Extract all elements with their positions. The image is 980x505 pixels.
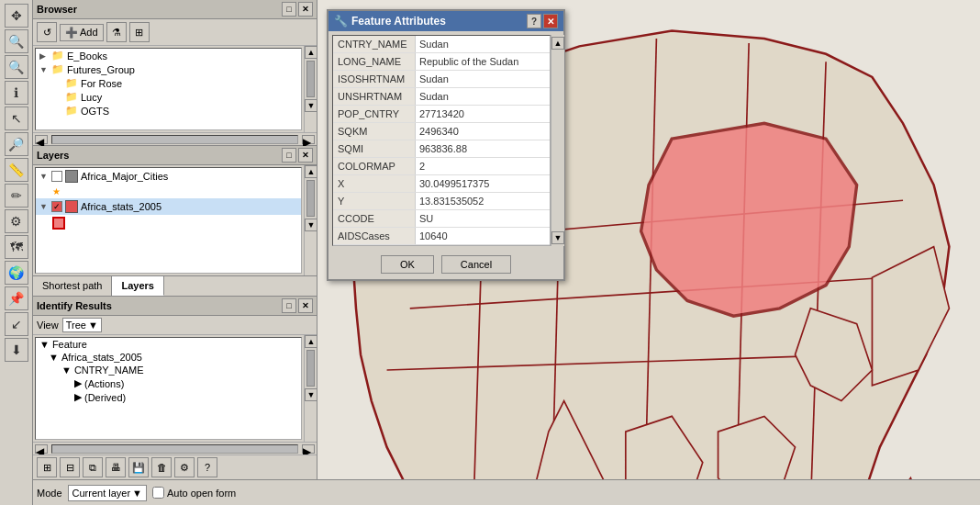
route-tool[interactable]: ↙ — [5, 312, 28, 336]
identify-item-feature[interactable]: ▼ Feature — [36, 338, 301, 351]
tab-shortest-path[interactable]: Shortest path — [33, 276, 112, 296]
identify-item-layer[interactable]: ▼ Africa_stats_2005 — [36, 351, 301, 364]
browser-close-btn[interactable]: ✕ — [298, 2, 313, 17]
layer-checkbox-africa-stats[interactable]: ✓ — [51, 201, 62, 212]
layer-item-africa-stats[interactable]: ▼ ✓ Africa_stats_2005 — [36, 198, 301, 215]
layers-tool[interactable]: 🗺 — [5, 235, 28, 259]
scroll-thumb[interactable] — [306, 61, 315, 97]
dialog-close-btn[interactable]: ✕ — [543, 14, 558, 28]
identify-item-cntry-name[interactable]: ▼ CNTRY_NAME — [36, 364, 301, 376]
identify-close-btn[interactable]: ✕ — [298, 298, 313, 313]
tree-item-lucy[interactable]: 📁 Lucy — [36, 90, 301, 104]
scroll-up-btn[interactable]: ▲ — [305, 165, 317, 178]
attr-value-sqmi[interactable] — [416, 140, 550, 157]
scroll-up-btn[interactable]: ▲ — [305, 46, 317, 59]
globe-tool[interactable]: 🌍 — [5, 261, 28, 285]
hscroll-left-btn[interactable]: ◀ — [35, 444, 48, 454]
scroll-down-btn[interactable]: ▼ — [551, 231, 564, 244]
layers-close-btn[interactable]: ✕ — [298, 148, 313, 163]
select-tool[interactable]: ↖ — [5, 107, 28, 130]
add-icon: ➕ — [65, 27, 78, 39]
pan-tool[interactable]: ✥ — [5, 4, 28, 28]
attr-value-pop-cntry[interactable] — [416, 106, 550, 122]
dialog-help-btn[interactable]: ? — [527, 14, 541, 28]
browser-resize-btn[interactable]: □ — [282, 2, 296, 17]
attr-value-isoshrtnam[interactable] — [416, 71, 550, 87]
main-area: Browser □ ✕ ↺ ➕ Add ⚗ ⊞ — [33, 0, 980, 505]
identify-vscroll[interactable]: ▲ ▼ — [304, 335, 317, 442]
browser-vscroll[interactable]: ▲ ▼ — [304, 46, 317, 132]
attr-label-aidscases: AIDSCases — [333, 228, 416, 244]
attr-value-sqkm[interactable] — [416, 123, 550, 140]
star-icon: ★ — [52, 186, 61, 196]
expand-tool[interactable]: ⬇ — [5, 338, 28, 362]
attr-value-colormap[interactable] — [416, 158, 550, 174]
dialog-cancel-btn[interactable]: Cancel — [441, 255, 511, 274]
hscroll-track[interactable] — [51, 444, 298, 454]
attr-vscroll[interactable]: ▲ ▼ — [551, 35, 564, 246]
identify-settings-btn[interactable]: ⚙ — [174, 457, 195, 477]
settings-tool[interactable]: ⚙ — [5, 209, 28, 233]
edit-tool[interactable]: ✏ — [5, 184, 28, 208]
attr-value-long-name[interactable] — [416, 53, 550, 70]
attr-value-cntry-name[interactable] — [416, 36, 550, 52]
layer-label-africa-stats: Africa_stats_2005 — [81, 201, 161, 212]
attr-value-ccode[interactable] — [416, 210, 550, 227]
attr-value-x[interactable] — [416, 175, 550, 192]
zoom-in-tool[interactable]: 🔍 — [5, 29, 28, 53]
auto-open-form-check[interactable]: Auto open form — [152, 487, 236, 499]
hscroll-left-btn[interactable]: ◀ — [35, 135, 48, 144]
attr-value-unshrtnam[interactable] — [416, 88, 550, 105]
layers-vscroll[interactable]: ▲ ▼ — [304, 165, 317, 275]
identify-expand-btn[interactable]: ⊞ — [37, 457, 57, 477]
dialog-icon: 🔧 — [334, 15, 348, 28]
attr-value-aidscases[interactable] — [416, 228, 550, 244]
hscroll-right-btn[interactable]: ▶ — [302, 135, 315, 144]
identify-print-btn[interactable]: 🖶 — [106, 457, 126, 477]
browser-filter-btn[interactable]: ⚗ — [106, 22, 127, 42]
scroll-down-btn[interactable]: ▼ — [305, 388, 317, 401]
tree-item-for-rose[interactable]: 📁 For Rose — [36, 76, 301, 90]
scroll-down-btn[interactable]: ▼ — [305, 219, 317, 231]
scroll-up-btn[interactable]: ▲ — [551, 37, 564, 50]
identify-collapse-btn[interactable]: ⊟ — [60, 457, 80, 477]
browser-hscroll[interactable]: ◀ ▶ — [33, 132, 317, 145]
measure-tool[interactable]: 📏 — [5, 158, 28, 182]
status-bar: Mode Current layer ▼ Auto open form — [33, 479, 980, 505]
view-dropdown[interactable]: Tree ▼ — [62, 318, 102, 332]
tree-item-e-books[interactable]: ▶ 📁 E_Books — [36, 49, 301, 62]
identify-item-derived[interactable]: ▶ (Derived) — [36, 390, 301, 404]
identify-clear-btn[interactable]: 🗑 — [151, 457, 172, 477]
layers-resize-btn[interactable]: □ — [282, 148, 296, 163]
scroll-up-btn[interactable]: ▲ — [305, 335, 317, 348]
info-tool[interactable]: ℹ — [5, 81, 28, 105]
dialog-ok-btn[interactable]: OK — [381, 255, 434, 274]
auto-open-checkbox[interactable] — [152, 487, 164, 499]
scroll-thumb[interactable] — [306, 350, 315, 387]
browser-bookmark-btn[interactable]: ⊞ — [129, 22, 150, 42]
identify-hscroll[interactable]: ◀ ▶ — [33, 442, 317, 454]
layer-checkbox-major-cities[interactable] — [51, 171, 62, 182]
hscroll-right-btn[interactable]: ▶ — [302, 444, 315, 454]
browser-refresh-btn[interactable]: ↺ — [37, 22, 57, 42]
layer-item-africa-major-cities[interactable]: ▼ Africa_Major_Cities — [36, 168, 301, 185]
tab-layers[interactable]: Layers — [112, 276, 163, 296]
identify-resize-btn[interactable]: □ — [282, 298, 296, 313]
identify-help-btn[interactable]: ? — [197, 457, 217, 477]
mode-dropdown[interactable]: Current layer ▼ — [68, 485, 147, 501]
identify-copy-btn[interactable]: ⧉ — [83, 457, 103, 477]
browser-panel: Browser □ ✕ ↺ ➕ Add ⚗ ⊞ — [33, 0, 317, 146]
identify-save-btn[interactable]: 💾 — [128, 457, 149, 477]
dialog-title: Feature Attributes — [351, 15, 446, 28]
point-tool[interactable]: 📌 — [5, 286, 28, 310]
identify-item-actions[interactable]: ▶ (Actions) — [36, 376, 301, 390]
attr-value-y[interactable] — [416, 193, 550, 209]
scroll-thumb[interactable] — [306, 180, 315, 217]
browser-add-btn[interactable]: ➕ Add — [60, 24, 104, 41]
zoom-out-tool[interactable]: 🔍 — [5, 55, 28, 79]
tree-item-futures-group[interactable]: ▼ 📁 Futures_Group — [36, 62, 301, 76]
scroll-down-btn[interactable]: ▼ — [305, 99, 317, 112]
hscroll-track[interactable] — [51, 135, 298, 144]
identify-tool[interactable]: 🔎 — [5, 132, 28, 156]
tree-item-ogts[interactable]: 📁 OGTS — [36, 104, 301, 118]
